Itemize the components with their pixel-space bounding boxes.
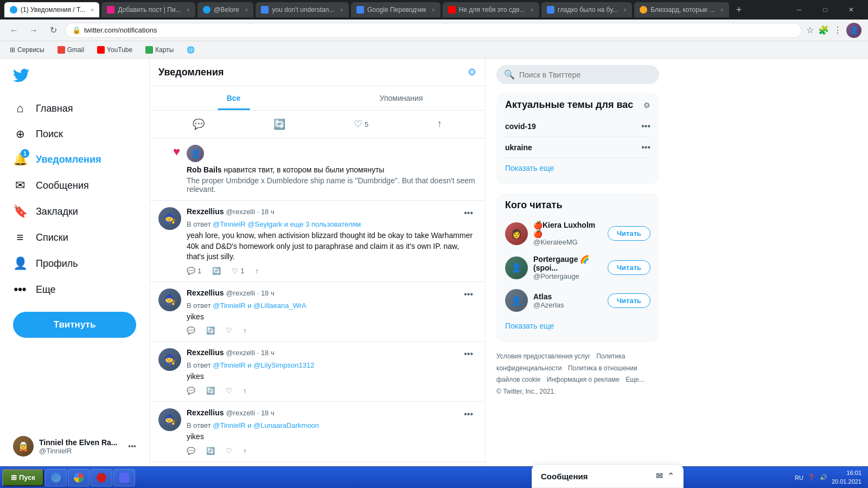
trend-item-1[interactable]: covid-19 ••• bbox=[505, 116, 650, 137]
retweet-action-3[interactable]: 🔄 bbox=[206, 387, 215, 395]
follow-porter-button[interactable]: Читать bbox=[608, 260, 650, 275]
tweet-more-3[interactable]: ••• bbox=[461, 348, 476, 360]
maximize-button[interactable]: □ bbox=[813, 2, 838, 17]
tweet-more-1[interactable]: ••• bbox=[461, 207, 476, 219]
like-action-3[interactable]: ♡ bbox=[226, 387, 232, 395]
taskbar-item-chrome[interactable] bbox=[68, 469, 90, 486]
reply-link-4[interactable]: @TinnielR и @LunaaraDarkmoon bbox=[213, 421, 319, 429]
tab-6[interactable]: Не для тебя это сде... × bbox=[443, 2, 539, 17]
follow-show-more[interactable]: Показать еще bbox=[505, 316, 650, 336]
bookmark-globe[interactable]: 🌐 bbox=[183, 45, 198, 55]
tab-3[interactable]: @Belore × bbox=[197, 2, 253, 17]
reply-link-3[interactable]: @TinnielR и @LilySimpson1312 bbox=[213, 361, 314, 369]
search-input[interactable] bbox=[519, 70, 652, 79]
sidebar-user[interactable]: 🧝 Tinniel the Elven Ra... @TinnielR ••• bbox=[7, 431, 143, 462]
reply-action-1[interactable]: 💬 1 bbox=[187, 267, 201, 275]
tab-7[interactable]: гладко было на бу... × bbox=[541, 2, 632, 17]
follow-atlas-button[interactable]: Читать bbox=[608, 293, 650, 308]
reply-action-4[interactable]: 💬 bbox=[187, 447, 195, 455]
taskbar-item-browser[interactable] bbox=[45, 469, 67, 486]
footer-link-ads[interactable]: Информация о рекламе bbox=[547, 376, 620, 383]
bookmark-services[interactable]: ⊞ Сервисы bbox=[7, 45, 48, 55]
sidebar-item-search[interactable]: ⊕ Поиск bbox=[7, 122, 143, 146]
sidebar-item-messages[interactable]: ✉ Сообщения bbox=[7, 173, 143, 198]
back-button[interactable]: ← bbox=[7, 23, 22, 38]
reply-filter-icon[interactable]: 💬 bbox=[189, 115, 208, 133]
footer-link-terms[interactable]: Условия предоставления услуг bbox=[496, 352, 590, 360]
tab-close-7[interactable]: × bbox=[623, 7, 627, 13]
share-filter-icon[interactable]: ↑ bbox=[434, 115, 445, 133]
extensions-icon[interactable]: 🧩 bbox=[818, 25, 829, 35]
bookmark-star-icon[interactable]: ☆ bbox=[806, 25, 814, 35]
retweet-action-1[interactable]: 🔄 bbox=[212, 267, 221, 275]
messages-float-header[interactable]: Сообщения ✉ ⌃ bbox=[532, 465, 683, 488]
forward-button[interactable]: → bbox=[26, 23, 41, 38]
like-action-2[interactable]: ♡ bbox=[226, 326, 232, 335]
share-action-2[interactable]: ↑ bbox=[243, 326, 247, 335]
bookmark-maps[interactable]: Карты bbox=[142, 45, 177, 55]
address-input[interactable]: 🔒 twitter.com/notifications bbox=[65, 23, 802, 38]
tab-8[interactable]: Близзард, которые ... × bbox=[634, 2, 729, 17]
sidebar-item-lists[interactable]: ≡ Списки bbox=[7, 225, 143, 250]
bookmark-youtube[interactable]: YouTube bbox=[94, 45, 136, 55]
tweet-item-4[interactable]: 🧙 Rexzellius @rexzelli · 18 ч ••• В отве… bbox=[150, 402, 485, 462]
chrome-profile-avatar[interactable]: 👤 bbox=[846, 23, 861, 38]
like-filter-icon[interactable]: ♡ 5 bbox=[350, 115, 372, 133]
tab-1[interactable]: (1) Уведомления / Т... × bbox=[4, 2, 99, 17]
bookmark-gmail[interactable]: Gmail bbox=[54, 45, 87, 55]
trend-item-2[interactable]: ukraine ••• bbox=[505, 137, 650, 158]
tab-4[interactable]: you don't understan... × bbox=[256, 2, 348, 17]
trend-more-2[interactable]: ••• bbox=[641, 143, 650, 152]
share-action-3[interactable]: ↑ bbox=[243, 387, 247, 395]
reply-action-2[interactable]: 💬 bbox=[187, 326, 195, 335]
close-button[interactable]: ✕ bbox=[839, 2, 864, 17]
tab-mentions[interactable]: Упоминания bbox=[317, 86, 485, 110]
tweet-item-1[interactable]: 🧙 Rexzellius @rexzelli · 18 ч ••• В отве… bbox=[150, 201, 485, 282]
tweet-more-2[interactable]: ••• bbox=[461, 288, 476, 300]
new-tab-button[interactable]: + bbox=[731, 2, 746, 17]
taskbar-item-discord[interactable] bbox=[113, 469, 135, 486]
tweet-item-3[interactable]: 🧙 Rexzellius @rexzelli · 18 ч ••• В отве… bbox=[150, 342, 485, 402]
like-notification[interactable]: ♥ 👤 Rob Bails нравится твит, в котором в… bbox=[150, 138, 485, 201]
trends-settings-icon[interactable]: ⚙ bbox=[643, 101, 650, 110]
sidebar-item-home[interactable]: ⌂ Главная bbox=[7, 96, 143, 121]
tweet-item-2[interactable]: 🧙 Rexzellius @rexzelli · 18 ч ••• В отве… bbox=[150, 282, 485, 342]
sidebar-item-profile[interactable]: 👤 Профиль bbox=[7, 251, 143, 276]
share-action-1[interactable]: ↑ bbox=[255, 267, 259, 275]
notifications-settings-icon[interactable]: ⚙ bbox=[468, 66, 476, 78]
more-menu-icon[interactable]: ⋮ bbox=[833, 25, 842, 35]
like-action-4[interactable]: ♡ bbox=[226, 447, 232, 455]
retweet-action-2[interactable]: 🔄 bbox=[206, 326, 215, 335]
sidebar-item-bookmarks[interactable]: 🔖 Закладки bbox=[7, 199, 143, 224]
compose-message-icon[interactable]: ✉ bbox=[656, 471, 663, 481]
search-box[interactable]: 🔍 bbox=[496, 65, 659, 84]
tab-close-2[interactable]: × bbox=[187, 7, 190, 13]
tab-close-1[interactable]: × bbox=[91, 7, 94, 13]
tab-close-5[interactable]: × bbox=[431, 7, 435, 13]
sidebar-item-more[interactable]: ••• Еще bbox=[7, 277, 143, 302]
share-action-4[interactable]: ↑ bbox=[243, 447, 247, 455]
retweet-filter-icon[interactable]: 🔄 bbox=[270, 115, 289, 133]
tab-5[interactable]: Google Переводчик × bbox=[351, 2, 441, 17]
tab-close-4[interactable]: × bbox=[340, 7, 343, 13]
tab-all[interactable]: Все bbox=[150, 86, 317, 110]
tab-close-6[interactable]: × bbox=[531, 7, 534, 13]
taskbar-item-opera[interactable] bbox=[91, 469, 112, 486]
reload-button[interactable]: ↻ bbox=[46, 23, 61, 38]
start-button[interactable]: ⊞ Пуск bbox=[2, 469, 44, 486]
footer-link-more[interactable]: Еще... bbox=[626, 376, 644, 383]
collapse-messages-icon[interactable]: ⌃ bbox=[667, 471, 674, 481]
sidebar-item-notifications[interactable]: 🔔 1 Уведомления bbox=[7, 147, 143, 172]
minimize-button[interactable]: ─ bbox=[787, 2, 812, 17]
reply-action-3[interactable]: 💬 bbox=[187, 387, 195, 395]
tab-close-3[interactable]: × bbox=[245, 7, 248, 13]
twitter-logo[interactable] bbox=[7, 63, 143, 92]
reply-link-2[interactable]: @TinnielR и @Lillaeana_WrA bbox=[213, 301, 306, 310]
tab-close-8[interactable]: × bbox=[720, 7, 724, 13]
tweet-more-4[interactable]: ••• bbox=[461, 408, 476, 420]
like-action-1[interactable]: ♡ 1 bbox=[232, 267, 244, 275]
tweet-button[interactable]: Твитнуть bbox=[13, 312, 136, 338]
tab-2[interactable]: Добавить пост | Пи... × bbox=[101, 2, 195, 17]
follow-kiera-button[interactable]: Читать bbox=[608, 226, 650, 241]
reply-link-1[interactable]: @TinnielR @Seylgark и еще 3 пользователя… bbox=[213, 220, 361, 228]
